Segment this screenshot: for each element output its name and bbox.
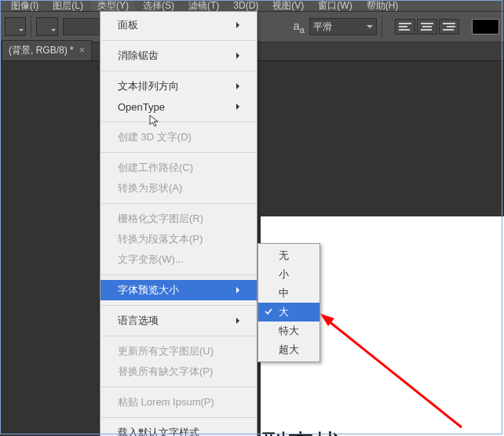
type-menu-dropdown: 面板 消除锯齿 文本排列方向 OpenType 创建 3D 文字(D) 创建工作… — [100, 11, 257, 436]
text-align-group — [395, 19, 459, 35]
submenu-item-medium[interactable]: 中 — [258, 284, 320, 303]
align-center-button[interactable] — [417, 19, 437, 35]
submenu-item-small[interactable]: 小 — [258, 265, 320, 284]
menu-separator — [101, 305, 256, 306]
menu-filter[interactable]: 滤镜(T) — [182, 0, 225, 11]
menu-separator — [101, 417, 256, 418]
tool-preset-dropdown[interactable] — [5, 17, 26, 36]
menu-separator — [101, 336, 256, 336]
separator — [382, 16, 382, 38]
main-menubar: 图像(I) 图层(L) 类型(Y) 选择(S) 滤镜(T) 3D(D) 视图(V… — [0, 0, 504, 11]
close-icon[interactable]: × — [79, 45, 85, 56]
antialias-value: 平滑 — [313, 20, 332, 34]
menu-item-language[interactable]: 语言选项 — [100, 311, 257, 331]
menu-item-fontpreview[interactable]: 字体预览大小 — [100, 280, 257, 300]
menu-item-opentype[interactable]: OpenType — [100, 96, 257, 117]
menu-layer[interactable]: 图层(L) — [46, 0, 89, 11]
menu-item-warp: 文字变形(W)... — [100, 249, 257, 270]
antialias-dropdown[interactable]: 平滑 — [309, 18, 377, 35]
menu-image[interactable]: 图像(I) — [5, 0, 45, 11]
menu-separator — [101, 122, 256, 122]
chevron-right-icon — [236, 22, 243, 28]
text-orientation-toggle[interactable] — [36, 17, 57, 36]
check-icon — [264, 307, 273, 318]
menu-item-toparagraph: 转换为段落文本(P) — [100, 229, 257, 249]
menu-view[interactable]: 视图(V) — [266, 0, 310, 11]
align-right-button[interactable] — [439, 19, 459, 35]
submenu-item-none[interactable]: 无 — [258, 246, 320, 265]
document-tab[interactable]: (背景, RGB/8) * × — [2, 40, 92, 60]
submenu-item-large[interactable]: 大 — [258, 303, 320, 322]
align-left-button[interactable] — [395, 19, 415, 35]
chevron-right-icon — [236, 53, 243, 59]
chevron-right-icon — [236, 83, 243, 89]
menu-item-panel[interactable]: 面板 — [100, 15, 257, 35]
menu-item-create3d: 创建 3D 文字(D) — [100, 127, 257, 147]
menu-select[interactable]: 选择(S) — [137, 0, 181, 11]
menu-item-workpath: 创建工作路径(C) — [100, 158, 257, 178]
menu-item-updatelayers: 更新所有文字图层(U) — [100, 341, 257, 362]
font-preview-size-submenu: 无 小 中 大 特大 超大 — [257, 243, 320, 362]
submenu-item-xxlarge[interactable]: 超大 — [258, 340, 320, 359]
menu-type[interactable]: 类型(Y) — [91, 0, 135, 11]
menu-separator — [101, 203, 256, 204]
menu-separator — [101, 387, 256, 387]
menu-separator — [101, 71, 256, 71]
menu-item-rasterize: 栅格化文字图层(R) — [100, 209, 257, 229]
menu-item-replacemissing: 替换所有缺欠字体(P) — [100, 362, 257, 382]
menu-item-lorem: 粘贴 Lorem Ipsum(P) — [100, 392, 257, 412]
menu-item-textdir[interactable]: 文本排列方向 — [100, 76, 257, 96]
chevron-right-icon — [236, 104, 243, 110]
menu-item-loaddefault[interactable]: 载入默认文字样式 — [100, 423, 257, 436]
menu-item-toshape: 转换为形状(A) — [100, 178, 257, 198]
menu-separator — [101, 274, 256, 275]
menu-separator — [101, 152, 256, 153]
menu-separator — [101, 40, 256, 41]
menu-help[interactable]: 帮助(H) — [360, 0, 405, 11]
document-text: 型查找 — [261, 427, 341, 436]
chevron-down-icon — [367, 25, 373, 31]
separator — [31, 16, 31, 38]
chevron-right-icon — [236, 318, 243, 324]
menu-window[interactable]: 窗口(W) — [312, 0, 358, 11]
submenu-item-xlarge[interactable]: 特大 — [258, 322, 320, 340]
text-color-swatch[interactable] — [472, 19, 499, 35]
tab-title: (背景, RGB/8) * — [9, 45, 74, 56]
chevron-right-icon — [236, 287, 243, 293]
antialias-label: aa — [294, 20, 305, 35]
menu-item-antialias[interactable]: 消除锯齿 — [100, 45, 257, 66]
menu-3d[interactable]: 3D(D) — [227, 0, 265, 11]
